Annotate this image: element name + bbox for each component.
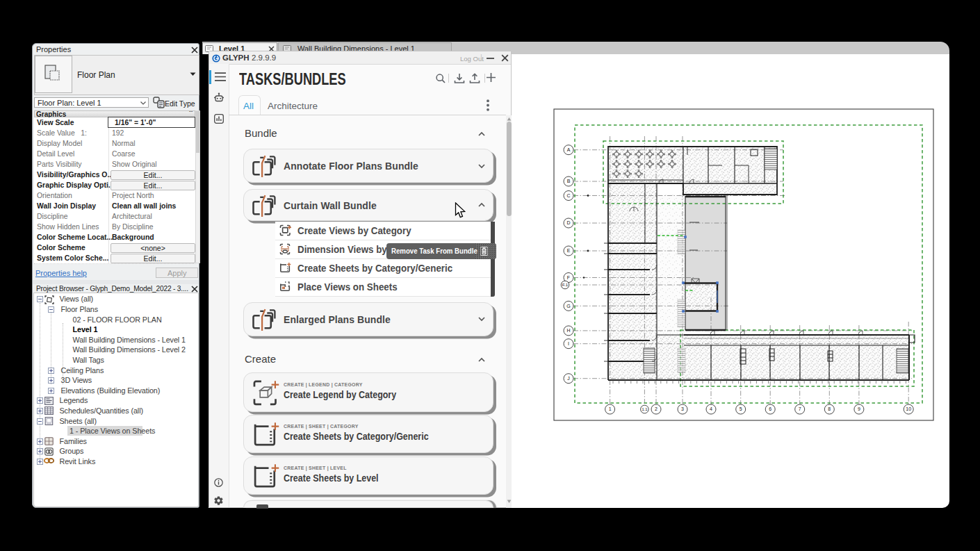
- svg-text:6: 6: [769, 406, 771, 411]
- svg-text:1.1: 1.1: [642, 407, 647, 411]
- svg-text:1: 1: [609, 406, 612, 411]
- svg-text:I: I: [568, 341, 569, 346]
- svg-text:7: 7: [799, 406, 801, 411]
- svg-text:4: 4: [710, 406, 712, 411]
- svg-text:G: G: [566, 304, 570, 309]
- svg-text:3: 3: [681, 406, 684, 411]
- svg-text:F: F: [567, 275, 570, 280]
- svg-text:J: J: [567, 376, 570, 381]
- svg-text:9: 9: [858, 406, 860, 411]
- svg-text:A: A: [567, 147, 571, 152]
- svg-text:B: B: [567, 179, 571, 183]
- svg-text:2: 2: [655, 406, 658, 411]
- svg-text:C: C: [566, 193, 570, 198]
- svg-text:F.1: F.1: [562, 283, 569, 287]
- svg-text:8: 8: [828, 406, 831, 411]
- svg-text:5: 5: [740, 406, 742, 411]
- svg-text:E: E: [567, 248, 571, 253]
- svg-text:H: H: [566, 328, 570, 333]
- svg-text:10: 10: [906, 406, 911, 411]
- svg-text:D: D: [566, 220, 570, 225]
